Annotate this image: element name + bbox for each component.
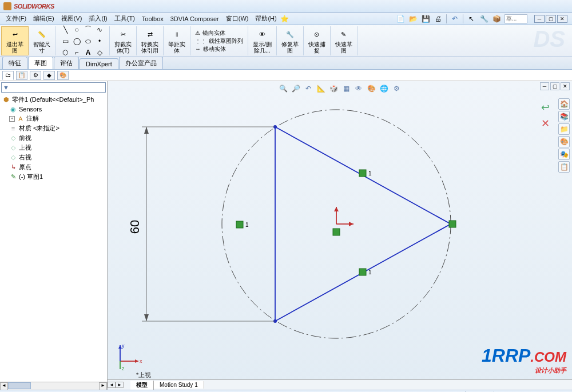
smart-dimension-button[interactable]: 📏 智能尺 寸 bbox=[33, 28, 50, 54]
svg-rect-10 bbox=[359, 269, 366, 275]
offset-button[interactable]: ⫴ 等距实 体 bbox=[168, 28, 185, 54]
spline-icon[interactable]: ∿ bbox=[94, 25, 105, 35]
tree-annotations[interactable]: + A 注解 bbox=[1, 114, 106, 123]
tab-features[interactable]: 特征 bbox=[2, 57, 27, 69]
manager-tabs: 🗂 📋 ⚙ ◆ 🎨 bbox=[0, 70, 572, 81]
tab-office[interactable]: 办公室产品 bbox=[119, 57, 163, 69]
trim-icon: ✂ bbox=[117, 28, 129, 41]
display-delete-button[interactable]: 👁 显示/删 除几... bbox=[253, 28, 272, 54]
menu-view[interactable]: 视图(V) bbox=[58, 13, 86, 24]
plane-icon[interactable]: ◇ bbox=[94, 47, 105, 58]
line-icon[interactable]: ╲ bbox=[60, 25, 70, 35]
tree-top-plane[interactable]: ◇ 上视 bbox=[1, 143, 106, 153]
menu-insert[interactable]: 插入(I) bbox=[85, 13, 110, 24]
tree-root[interactable]: ⬢ 零件1 (Default<<Default>_Ph bbox=[1, 95, 106, 105]
svg-marker-13 bbox=[135, 359, 138, 363]
separator bbox=[446, 14, 447, 23]
trim-button[interactable]: ✂ 剪裁实 体(T) bbox=[114, 28, 132, 54]
menu-file[interactable]: 文件(F) bbox=[2, 13, 30, 24]
repair-icon: 🔧 bbox=[284, 28, 296, 41]
minimize-button[interactable]: ─ bbox=[534, 15, 545, 23]
sketch-triangle[interactable] bbox=[275, 127, 451, 321]
print-icon[interactable]: 🖨 bbox=[434, 14, 443, 23]
tab-sketch[interactable]: 草图 bbox=[28, 57, 53, 69]
tab-dimxpert[interactable]: DimXpert bbox=[80, 58, 118, 69]
sketch-relation[interactable]: 1 bbox=[359, 170, 372, 177]
sketch-relation[interactable]: 1 bbox=[236, 221, 249, 228]
convert-button[interactable]: ⇄ 转换实 体引用 bbox=[141, 28, 158, 54]
options-icon[interactable]: 📦 bbox=[492, 14, 501, 23]
menu-window[interactable]: 窗口(W) bbox=[223, 13, 252, 24]
sketch-tools-grid: ╲ ○ ⌒ ∿ ▭ ◯ ⬭ • ⬡ ⌐ A ◇ bbox=[60, 25, 105, 58]
arc-icon[interactable]: ⌒ bbox=[83, 25, 93, 35]
tree-sensors[interactable]: ◉ Sensors bbox=[1, 105, 106, 114]
exit-sketch-icon: ↩ bbox=[9, 28, 21, 41]
quick-access-toolbar: 📄 📂 💾 🖨 ↶ ↖ 🔧 📦 ─ ▢ ✕ bbox=[396, 14, 570, 23]
expand-icon[interactable]: + bbox=[9, 116, 15, 122]
menu-help[interactable]: 帮助(H) bbox=[252, 13, 280, 24]
menu-tools[interactable]: 工具(T) bbox=[111, 13, 138, 24]
circle-icon[interactable]: ○ bbox=[72, 25, 82, 35]
motion-study-tab[interactable]: Motion Study 1 bbox=[154, 381, 204, 389]
menu-edit[interactable]: 编辑(E) bbox=[30, 13, 58, 24]
tree-front-plane[interactable]: ◇ 前视 bbox=[1, 133, 106, 143]
text-icon[interactable]: A bbox=[83, 47, 93, 58]
rapid-sketch-button[interactable]: ✎ 快速草 图 bbox=[335, 28, 352, 54]
help-icon[interactable]: ⭐ bbox=[280, 14, 289, 23]
menu-composer[interactable]: 3DVIA Composer bbox=[167, 14, 223, 23]
move-button[interactable]: ↔移动实体 bbox=[195, 45, 226, 53]
display-group: 👁 显示/删 除几... bbox=[248, 26, 277, 55]
linear-pattern-button[interactable]: ⋮⋮线性草图阵列 bbox=[195, 37, 243, 45]
view-triad[interactable]: x y z bbox=[114, 344, 143, 373]
tab-evaluate[interactable]: 评估 bbox=[54, 57, 79, 69]
display-manager-tab[interactable]: 🎨 bbox=[57, 71, 69, 80]
tree-filter-input[interactable]: ▼ bbox=[1, 82, 106, 93]
tree-sketch1[interactable]: ✎ (-) 草图1 bbox=[1, 172, 106, 182]
feature-manager-tab[interactable]: 🗂 bbox=[2, 71, 14, 80]
exit-sketch-group: ↩ 退出草 图 bbox=[1, 26, 29, 55]
open-icon[interactable]: 📂 bbox=[408, 14, 418, 23]
menu-toolbox[interactable]: Toolbox bbox=[138, 14, 167, 23]
tab-scroll-left[interactable]: ◄ bbox=[108, 382, 116, 388]
snap-group: ⊙ 快速捕 捉 bbox=[304, 26, 331, 55]
save-icon[interactable]: 💾 bbox=[421, 14, 430, 23]
model-tab[interactable]: 模型 bbox=[130, 381, 154, 390]
sketch-relation[interactable] bbox=[449, 221, 456, 227]
dimxpert-manager-tab[interactable]: ◆ bbox=[43, 71, 55, 80]
search-input[interactable] bbox=[505, 14, 527, 23]
sketch-canvas[interactable]: 60 1 1 1 bbox=[108, 81, 572, 390]
mirror-button[interactable]: ⚠镜向实体 bbox=[195, 29, 225, 37]
tree-origin[interactable]: ↳ 原点 bbox=[1, 162, 106, 172]
undo-icon[interactable]: ↶ bbox=[450, 14, 459, 23]
fillet-icon[interactable]: ⌐ bbox=[72, 47, 82, 58]
repair-button[interactable]: 🔧 修复草 图 bbox=[281, 28, 299, 54]
scroll-left-button[interactable]: ◄ bbox=[0, 382, 8, 390]
scroll-track[interactable] bbox=[8, 382, 99, 390]
new-icon[interactable]: 📄 bbox=[396, 14, 405, 23]
select-icon[interactable]: ↖ bbox=[467, 14, 476, 23]
point-icon[interactable]: • bbox=[94, 36, 105, 46]
polygon-icon[interactable]: ⬡ bbox=[60, 47, 70, 58]
sketch-relation[interactable] bbox=[333, 229, 340, 235]
tab-scroll-right[interactable]: ► bbox=[116, 382, 124, 388]
scroll-right-button[interactable]: ► bbox=[99, 382, 107, 390]
rebuild-icon[interactable]: 🔧 bbox=[479, 14, 488, 23]
tree-scrollbar[interactable]: ◄ ► bbox=[0, 382, 107, 390]
configuration-manager-tab[interactable]: ⚙ bbox=[30, 71, 41, 80]
ellipse-icon[interactable]: ◯ bbox=[72, 36, 82, 46]
close-button[interactable]: ✕ bbox=[557, 15, 567, 23]
dimension-value[interactable]: 60 bbox=[128, 220, 142, 234]
rectangle-icon[interactable]: ▭ bbox=[60, 36, 70, 46]
quick-snap-button[interactable]: ⊙ 快速捕 捉 bbox=[308, 28, 325, 54]
tree-right-plane[interactable]: ◇ 右视 bbox=[1, 153, 106, 162]
tree-material[interactable]: ≡ 材质 <未指定> bbox=[1, 123, 106, 133]
exit-sketch-button[interactable]: ↩ 退出草 图 bbox=[6, 28, 23, 54]
scroll-thumb[interactable] bbox=[8, 382, 31, 389]
maximize-button[interactable]: ▢ bbox=[546, 15, 556, 23]
slot-icon[interactable]: ⬭ bbox=[83, 36, 93, 46]
property-manager-tab[interactable]: 📋 bbox=[16, 71, 27, 80]
feature-tree[interactable]: ⬢ 零件1 (Default<<Default>_Ph ◉ Sensors + … bbox=[0, 94, 107, 382]
graphics-viewport[interactable]: 🔍 🔎 ↶ 📐 🎲 ▦ 👁 🎨 🌐 ⚙ ─ ▢ ✕ ↩ ✕ 🏠 📚 📁 🎨 🎭 bbox=[108, 81, 572, 390]
sketch-relation[interactable]: 1 bbox=[359, 269, 372, 275]
sketch-origin[interactable] bbox=[334, 207, 353, 226]
